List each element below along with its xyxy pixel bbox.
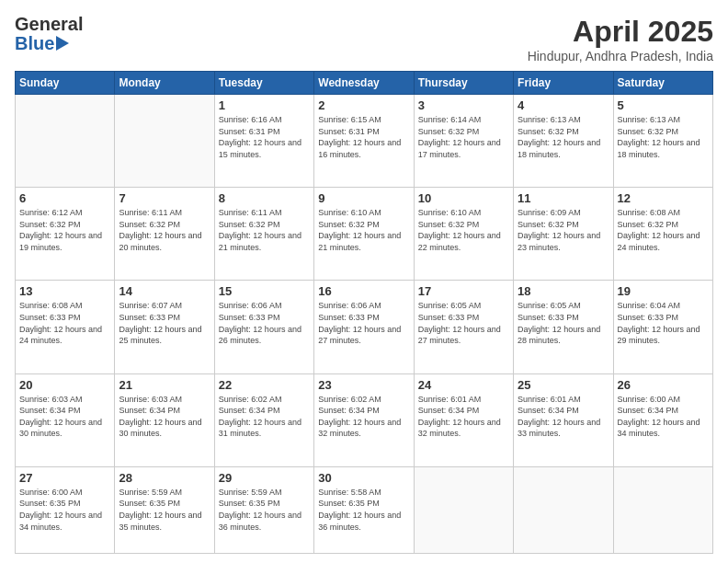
day-info: Sunrise: 5:58 AM Sunset: 6:35 PM Dayligh… xyxy=(318,487,409,533)
day-info: Sunrise: 6:08 AM Sunset: 6:33 PM Dayligh… xyxy=(19,300,110,346)
table-row: 28Sunrise: 5:59 AM Sunset: 6:35 PM Dayli… xyxy=(115,466,214,553)
table-row: 19Sunrise: 6:04 AM Sunset: 6:33 PM Dayli… xyxy=(613,281,712,373)
day-info: Sunrise: 6:04 AM Sunset: 6:33 PM Dayligh… xyxy=(618,300,709,346)
day-info: Sunrise: 6:00 AM Sunset: 6:34 PM Dayligh… xyxy=(618,394,709,440)
day-info: Sunrise: 6:05 AM Sunset: 6:33 PM Dayligh… xyxy=(518,300,609,346)
location: Hindupur, Andhra Pradesh, India xyxy=(528,49,713,63)
day-number: 30 xyxy=(318,471,409,485)
day-number: 11 xyxy=(518,191,609,205)
day-number: 6 xyxy=(19,191,110,205)
table-row: 15Sunrise: 6:06 AM Sunset: 6:33 PM Dayli… xyxy=(214,281,313,373)
table-row: 14Sunrise: 6:07 AM Sunset: 6:33 PM Dayli… xyxy=(115,281,214,373)
table-row xyxy=(514,466,613,553)
table-row: 3Sunrise: 6:14 AM Sunset: 6:32 PM Daylig… xyxy=(414,95,513,188)
table-row xyxy=(115,95,214,188)
table-row: 20Sunrise: 6:03 AM Sunset: 6:34 PM Dayli… xyxy=(16,373,115,466)
day-number: 4 xyxy=(518,98,609,112)
table-row: 6Sunrise: 6:12 AM Sunset: 6:32 PM Daylig… xyxy=(16,188,115,281)
day-info: Sunrise: 6:06 AM Sunset: 6:33 PM Dayligh… xyxy=(219,300,310,346)
col-friday: Friday xyxy=(514,72,613,95)
table-row: 26Sunrise: 6:00 AM Sunset: 6:34 PM Dayli… xyxy=(613,373,712,466)
table-row xyxy=(414,466,513,553)
day-number: 22 xyxy=(219,378,310,392)
day-info: Sunrise: 6:11 AM Sunset: 6:32 PM Dayligh… xyxy=(219,207,310,253)
day-info: Sunrise: 6:05 AM Sunset: 6:33 PM Dayligh… xyxy=(418,300,509,346)
day-number: 2 xyxy=(318,98,409,112)
table-row: 13Sunrise: 6:08 AM Sunset: 6:33 PM Dayli… xyxy=(16,281,115,373)
col-thursday: Thursday xyxy=(414,72,513,95)
table-row: 22Sunrise: 6:02 AM Sunset: 6:34 PM Dayli… xyxy=(214,373,313,466)
title-area: April 2025 Hindupur, Andhra Pradesh, Ind… xyxy=(528,15,713,63)
logo-text: General xyxy=(15,14,83,34)
day-info: Sunrise: 6:06 AM Sunset: 6:33 PM Dayligh… xyxy=(318,300,409,346)
day-info: Sunrise: 6:13 AM Sunset: 6:32 PM Dayligh… xyxy=(618,114,709,160)
day-number: 24 xyxy=(418,378,509,392)
day-info: Sunrise: 5:59 AM Sunset: 6:35 PM Dayligh… xyxy=(219,487,310,533)
table-row: 11Sunrise: 6:09 AM Sunset: 6:32 PM Dayli… xyxy=(514,188,613,281)
table-row: 2Sunrise: 6:15 AM Sunset: 6:31 PM Daylig… xyxy=(314,95,414,188)
day-info: Sunrise: 6:16 AM Sunset: 6:31 PM Dayligh… xyxy=(219,114,310,160)
calendar: Sunday Monday Tuesday Wednesday Thursday… xyxy=(15,71,713,554)
col-wednesday: Wednesday xyxy=(314,72,414,95)
table-row: 23Sunrise: 6:02 AM Sunset: 6:34 PM Dayli… xyxy=(314,373,414,466)
col-saturday: Saturday xyxy=(613,72,712,95)
table-row xyxy=(613,466,712,553)
col-tuesday: Tuesday xyxy=(214,72,313,95)
table-row: 4Sunrise: 6:13 AM Sunset: 6:32 PM Daylig… xyxy=(514,95,613,188)
day-number: 27 xyxy=(19,471,110,485)
table-row: 12Sunrise: 6:08 AM Sunset: 6:32 PM Dayli… xyxy=(613,188,712,281)
table-row: 29Sunrise: 5:59 AM Sunset: 6:35 PM Dayli… xyxy=(214,466,313,553)
day-info: Sunrise: 6:14 AM Sunset: 6:32 PM Dayligh… xyxy=(418,114,509,160)
day-number: 25 xyxy=(518,378,609,392)
table-row: 17Sunrise: 6:05 AM Sunset: 6:33 PM Dayli… xyxy=(414,281,513,373)
table-row: 8Sunrise: 6:11 AM Sunset: 6:32 PM Daylig… xyxy=(214,188,313,281)
day-number: 1 xyxy=(219,98,310,112)
page: General Blue April 2025 Hindupur, Andhra… xyxy=(0,0,728,563)
col-monday: Monday xyxy=(115,72,214,95)
header: General Blue April 2025 Hindupur, Andhra… xyxy=(15,15,713,63)
day-info: Sunrise: 6:03 AM Sunset: 6:34 PM Dayligh… xyxy=(19,394,110,440)
day-number: 10 xyxy=(418,191,509,205)
day-info: Sunrise: 6:12 AM Sunset: 6:32 PM Dayligh… xyxy=(19,207,110,253)
table-row: 21Sunrise: 6:03 AM Sunset: 6:34 PM Dayli… xyxy=(115,373,214,466)
table-row: 10Sunrise: 6:10 AM Sunset: 6:32 PM Dayli… xyxy=(414,188,513,281)
day-info: Sunrise: 6:10 AM Sunset: 6:32 PM Dayligh… xyxy=(418,207,509,253)
day-info: Sunrise: 6:11 AM Sunset: 6:32 PM Dayligh… xyxy=(119,207,210,253)
day-number: 3 xyxy=(418,98,509,112)
day-info: Sunrise: 6:13 AM Sunset: 6:32 PM Dayligh… xyxy=(518,114,609,160)
day-number: 9 xyxy=(318,191,409,205)
day-info: Sunrise: 6:07 AM Sunset: 6:33 PM Dayligh… xyxy=(119,300,210,346)
day-number: 29 xyxy=(219,471,310,485)
day-number: 12 xyxy=(618,191,709,205)
table-row: 27Sunrise: 6:00 AM Sunset: 6:35 PM Dayli… xyxy=(16,466,115,553)
day-number: 13 xyxy=(19,284,110,298)
table-row: 25Sunrise: 6:01 AM Sunset: 6:34 PM Dayli… xyxy=(514,373,613,466)
table-row xyxy=(16,95,115,188)
day-number: 7 xyxy=(119,191,210,205)
day-info: Sunrise: 5:59 AM Sunset: 6:35 PM Dayligh… xyxy=(119,487,210,533)
calendar-header-row: Sunday Monday Tuesday Wednesday Thursday… xyxy=(16,72,713,95)
day-number: 16 xyxy=(318,284,409,298)
day-info: Sunrise: 6:03 AM Sunset: 6:34 PM Dayligh… xyxy=(119,394,210,440)
day-number: 18 xyxy=(518,284,609,298)
day-number: 23 xyxy=(318,378,409,392)
day-info: Sunrise: 6:02 AM Sunset: 6:34 PM Dayligh… xyxy=(318,394,409,440)
day-info: Sunrise: 6:15 AM Sunset: 6:31 PM Dayligh… xyxy=(318,114,409,160)
day-number: 26 xyxy=(618,378,709,392)
day-info: Sunrise: 6:10 AM Sunset: 6:32 PM Dayligh… xyxy=(318,207,409,253)
day-number: 5 xyxy=(618,98,709,112)
table-row: 7Sunrise: 6:11 AM Sunset: 6:32 PM Daylig… xyxy=(115,188,214,281)
day-info: Sunrise: 6:02 AM Sunset: 6:34 PM Dayligh… xyxy=(219,394,310,440)
day-info: Sunrise: 6:08 AM Sunset: 6:32 PM Dayligh… xyxy=(618,207,709,253)
col-sunday: Sunday xyxy=(16,72,115,95)
table-row: 1Sunrise: 6:16 AM Sunset: 6:31 PM Daylig… xyxy=(214,95,313,188)
month-title: April 2025 xyxy=(528,15,713,49)
logo: General Blue xyxy=(15,15,83,52)
table-row: 24Sunrise: 6:01 AM Sunset: 6:34 PM Dayli… xyxy=(414,373,513,466)
logo-blue-text: Blue xyxy=(15,34,54,52)
day-number: 28 xyxy=(119,471,210,485)
table-row: 16Sunrise: 6:06 AM Sunset: 6:33 PM Dayli… xyxy=(314,281,414,373)
day-info: Sunrise: 6:01 AM Sunset: 6:34 PM Dayligh… xyxy=(418,394,509,440)
day-number: 14 xyxy=(119,284,210,298)
day-number: 20 xyxy=(19,378,110,392)
